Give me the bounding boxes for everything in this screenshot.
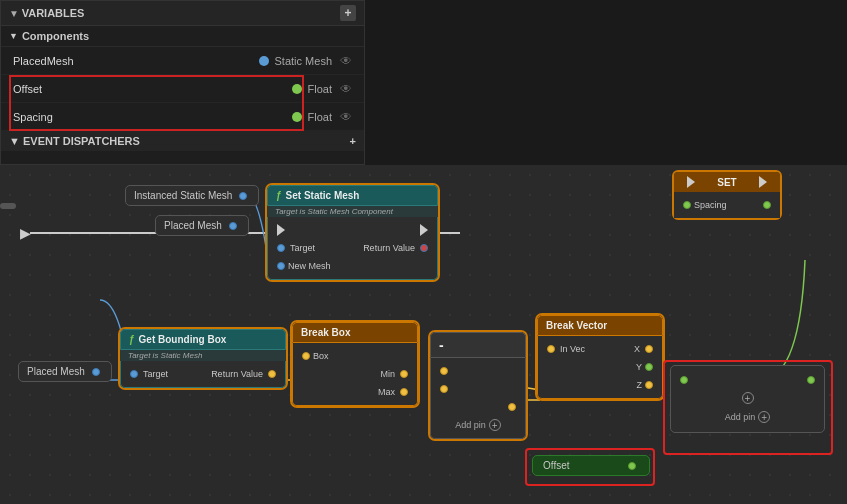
add-pin-right-label-row[interactable]: Add pin + <box>677 408 818 426</box>
set-exec-in <box>687 176 695 188</box>
blueprint-canvas: ▶ ƒ Set Static Mesh Target is Static Mes… <box>0 165 847 504</box>
set-body: Spacing <box>674 192 780 218</box>
variable-dot-offset <box>292 84 302 94</box>
offset-node[interactable]: Offset <box>532 455 650 476</box>
break-vector-x-pin <box>645 345 653 353</box>
new-mesh-label: New Mesh <box>288 261 331 271</box>
components-arrow: ▼ <box>9 31 18 41</box>
break-vector-node[interactable]: Break Vector In Vec X Y Z <box>535 313 665 401</box>
add-pin-right-pins-row <box>677 372 818 388</box>
event-dispatchers-label: ▼ EVENT DISPATCHERS <box>9 135 140 147</box>
set-spacing-row: Spacing <box>674 196 780 214</box>
set-node[interactable]: SET Spacing <box>672 170 782 220</box>
set-spacing-out-pin <box>763 201 771 209</box>
set-static-mesh-title: Set Static Mesh <box>286 190 360 201</box>
break-box-min-row: Min <box>293 365 417 383</box>
placed-mesh-top-out-pin <box>229 222 237 230</box>
add-pin-right-out1 <box>807 376 815 384</box>
add-pin-label: Add pin <box>455 420 486 430</box>
target-row: Target Return Value <box>268 239 437 257</box>
break-vector-x-label: X <box>634 344 640 354</box>
add-pin-right-button[interactable]: Add pin + <box>725 411 771 423</box>
placed-mesh-bottom-node[interactable]: Placed Mesh <box>18 361 112 382</box>
set-spacing-label: Spacing <box>694 200 727 210</box>
subtract-in2 <box>431 380 525 398</box>
break-vector-invec-label: In Vec <box>560 344 585 354</box>
subtract-out <box>431 398 525 416</box>
script-tab[interactable] <box>0 203 16 209</box>
variable-name-offset: Offset <box>13 83 292 95</box>
subtract-in1-pin <box>440 367 448 375</box>
add-pin-right-plus-circle: + <box>758 411 770 423</box>
set-exec-out <box>759 176 767 188</box>
variable-row-offset[interactable]: Offset Float 👁 <box>1 75 364 103</box>
offset-label: Offset <box>543 460 570 471</box>
add-variable-button[interactable]: + <box>340 5 356 21</box>
break-vector-in-pin <box>547 345 555 353</box>
components-header[interactable]: ▼ Components <box>1 26 364 47</box>
offset-out-pin <box>628 462 636 470</box>
new-mesh-pin <box>277 262 285 270</box>
return-value-pin <box>420 244 428 252</box>
add-dispatcher-button[interactable]: + <box>350 135 356 147</box>
instanced-static-mesh-label: Instanced Static Mesh <box>134 190 232 201</box>
subtract-node[interactable]: - Add pin + <box>428 330 528 441</box>
variable-type-spacing: Float <box>308 111 332 123</box>
placed-mesh-top-node[interactable]: Placed Mesh <box>155 215 249 236</box>
variables-panel: ▼ VARIABLES + ▼ Components PlacedMesh St… <box>0 0 365 165</box>
break-vector-invec-row: In Vec X <box>538 340 662 358</box>
variable-name-placedmesh: PlacedMesh <box>13 55 259 67</box>
break-vector-z-pin <box>645 381 653 389</box>
add-pin-row[interactable]: Add pin + <box>431 416 525 434</box>
variable-row-spacing[interactable]: Spacing Float 👁 <box>1 103 364 131</box>
set-static-mesh-subtitle: Target is Static Mesh Component <box>267 206 438 217</box>
break-box-box-label: Box <box>313 351 329 361</box>
placed-mesh-top-label: Placed Mesh <box>164 220 222 231</box>
components-label: Components <box>22 30 89 42</box>
add-pin-right-node[interactable]: + Add pin + <box>670 365 825 433</box>
add-pin-right-plus[interactable]: + <box>742 392 754 404</box>
subtract-in1 <box>431 362 525 380</box>
set-title: SET <box>704 177 750 188</box>
exec-in-pin <box>277 224 285 236</box>
break-box-node[interactable]: Break Box Box Min Max <box>290 320 420 408</box>
placed-mesh-bottom-out-pin <box>92 368 100 376</box>
add-pin-button[interactable]: Add pin + <box>455 419 501 431</box>
add-pin-right-label: Add pin <box>725 412 756 422</box>
subtract-label: - <box>439 337 444 353</box>
get-bounding-box-node[interactable]: ƒ Get Bounding Box Target is Static Mesh… <box>118 327 288 390</box>
set-static-mesh-node[interactable]: ƒ Set Static Mesh Target is Static Mesh … <box>265 183 440 282</box>
get-bounding-box-title: Get Bounding Box <box>139 334 227 345</box>
return-value-label: Return Value <box>363 243 415 253</box>
variable-row-placedmesh[interactable]: PlacedMesh Static Mesh 👁 <box>1 47 364 75</box>
break-box-box-row: Box <box>293 347 417 365</box>
event-dispatchers-header[interactable]: ▼ EVENT DISPATCHERS + <box>1 131 364 151</box>
break-box-title: Break Box <box>301 327 350 338</box>
instanced-mesh-out-pin <box>239 192 247 200</box>
break-box-max-label: Max <box>378 387 395 397</box>
set-static-mesh-header: ƒ Set Static Mesh <box>267 185 438 206</box>
instanced-static-mesh-node[interactable]: Instanced Static Mesh <box>125 185 259 206</box>
plus-circle-icon: + <box>489 419 501 431</box>
variable-eye-spacing[interactable]: 👁 <box>340 110 352 124</box>
variable-dot-placedmesh <box>259 56 269 66</box>
get-bounding-box-subtitle: Target is Static Mesh <box>120 350 286 361</box>
get-bounding-box-header: ƒ Get Bounding Box <box>120 329 286 350</box>
break-vector-z-label: Z <box>637 380 643 390</box>
bbox-target-row: Target Return Value <box>121 365 285 383</box>
break-vector-header: Break Vector <box>537 315 663 336</box>
variables-section-header[interactable]: ▼ VARIABLES + <box>1 1 364 26</box>
break-vector-title: Break Vector <box>546 320 607 331</box>
variable-dot-spacing <box>292 112 302 122</box>
break-box-max-row: Max <box>293 383 417 401</box>
break-vector-z-row: Z <box>538 376 662 394</box>
subtract-in2-pin <box>440 385 448 393</box>
break-vector-y-pin <box>645 363 653 371</box>
variable-eye-placedmesh[interactable]: 👁 <box>340 54 352 68</box>
target-pin <box>277 244 285 252</box>
variables-label: ▼ VARIABLES <box>9 7 84 19</box>
variable-name-spacing: Spacing <box>13 111 292 123</box>
break-box-in-pin <box>302 352 310 360</box>
variable-eye-offset[interactable]: 👁 <box>340 82 352 96</box>
set-header: SET <box>674 172 780 192</box>
